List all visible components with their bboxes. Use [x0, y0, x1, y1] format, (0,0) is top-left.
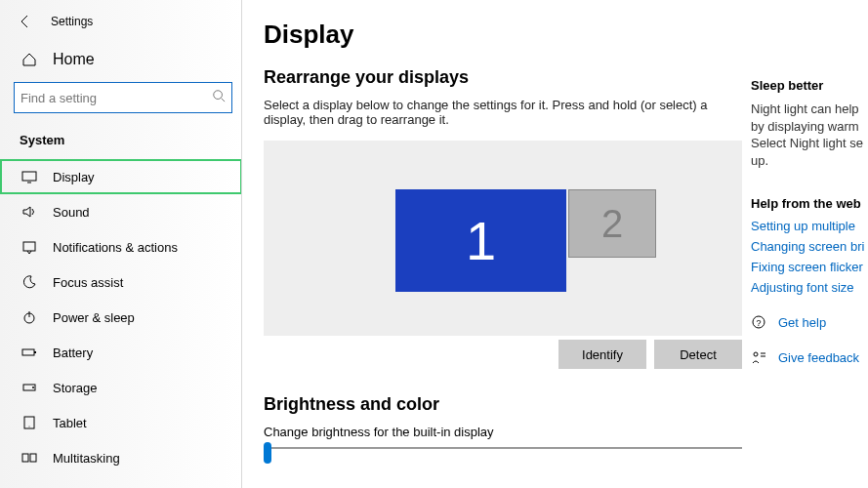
svg-rect-13	[22, 454, 28, 462]
section-label-system: System	[0, 123, 242, 159]
sidebar-item-notifications[interactable]: Notifications & actions	[0, 229, 242, 264]
brightness-label: Change brightness for the built-in displ…	[264, 425, 742, 439]
monitor-icon	[21, 169, 37, 184]
feedback-icon	[751, 349, 766, 365]
search-input[interactable]	[21, 91, 202, 105]
monitor-2[interactable]: 2	[568, 189, 656, 258]
nav-label: Storage	[53, 381, 98, 395]
nav-label: Sound	[53, 205, 90, 220]
help-link-screen-brightness[interactable]: Changing screen bri	[751, 239, 868, 254]
brightness-slider[interactable]	[264, 447, 742, 449]
help-icon: ?	[751, 314, 766, 330]
sidebar-divider	[241, 0, 242, 488]
arrow-left-icon	[18, 14, 33, 29]
help-link-screen-flicker[interactable]: Fixing screen flicker	[751, 260, 868, 274]
sleep-better-heading: Sleep better	[751, 78, 868, 93]
detect-button[interactable]: Detect	[654, 340, 742, 369]
sleep-better-text: Night light can help by displaying warm …	[751, 101, 868, 169]
sidebar-item-tablet[interactable]: Tablet	[0, 405, 242, 440]
power-icon	[21, 309, 37, 325]
sidebar-item-sound[interactable]: Sound	[0, 194, 242, 229]
svg-point-12	[29, 427, 30, 427]
help-link-font-size[interactable]: Adjusting font size	[751, 280, 868, 295]
battery-icon	[21, 345, 37, 360]
home-label: Home	[53, 51, 95, 68]
nav-label: Focus assist	[53, 275, 123, 290]
help-link-multiple-monitors[interactable]: Setting up multiple	[751, 219, 868, 233]
svg-rect-14	[30, 454, 36, 462]
search-icon	[212, 89, 226, 106]
svg-point-10	[32, 386, 34, 388]
nav-label: Battery	[53, 346, 93, 360]
nav-label: Display	[53, 170, 95, 184]
back-button[interactable]	[16, 12, 35, 31]
svg-point-17	[754, 352, 758, 356]
moon-icon	[21, 274, 37, 290]
svg-rect-8	[34, 351, 36, 353]
page-title: Display	[264, 20, 751, 50]
nav-label: Notifications & actions	[53, 240, 178, 255]
sidebar-item-display[interactable]: Display	[0, 159, 242, 194]
sidebar-item-power[interactable]: Power & sleep	[0, 300, 242, 335]
brightness-title: Brightness and color	[264, 394, 751, 415]
multitasking-icon	[21, 450, 37, 466]
help-web-heading: Help from the web	[751, 196, 868, 211]
sidebar-item-storage[interactable]: Storage	[0, 370, 242, 405]
svg-point-0	[214, 91, 223, 100]
monitor-1[interactable]: 1	[395, 189, 566, 292]
storage-icon	[21, 380, 37, 395]
nav-label: Multitasking	[53, 451, 120, 466]
sidebar-item-multitasking[interactable]: Multitasking	[0, 440, 242, 475]
get-help-link[interactable]: Get help	[778, 315, 826, 330]
svg-rect-4	[23, 242, 35, 251]
sidebar-item-focus[interactable]: Focus assist	[0, 264, 242, 300]
notification-icon	[21, 239, 37, 255]
sidebar-item-battery[interactable]: Battery	[0, 335, 242, 370]
tablet-icon	[21, 415, 37, 430]
settings-title: Settings	[51, 15, 93, 28]
home-icon	[21, 52, 37, 67]
nav-label: Power & sleep	[53, 310, 135, 325]
svg-text:?: ?	[756, 318, 761, 328]
identify-button[interactable]: Identify	[558, 340, 646, 369]
nav-label: Tablet	[53, 416, 87, 430]
rearrange-description: Select a display below to change the set…	[264, 98, 732, 127]
svg-rect-7	[22, 349, 34, 355]
display-arrangement-area[interactable]: 1 2	[264, 141, 742, 336]
svg-line-1	[222, 99, 226, 102]
give-feedback-link[interactable]: Give feedback	[778, 350, 859, 365]
rearrange-title: Rearrange your displays	[264, 67, 751, 88]
sidebar-item-home[interactable]: Home	[0, 41, 242, 78]
svg-rect-2	[22, 172, 36, 181]
search-input-container[interactable]	[14, 82, 232, 113]
sound-icon	[21, 204, 37, 220]
